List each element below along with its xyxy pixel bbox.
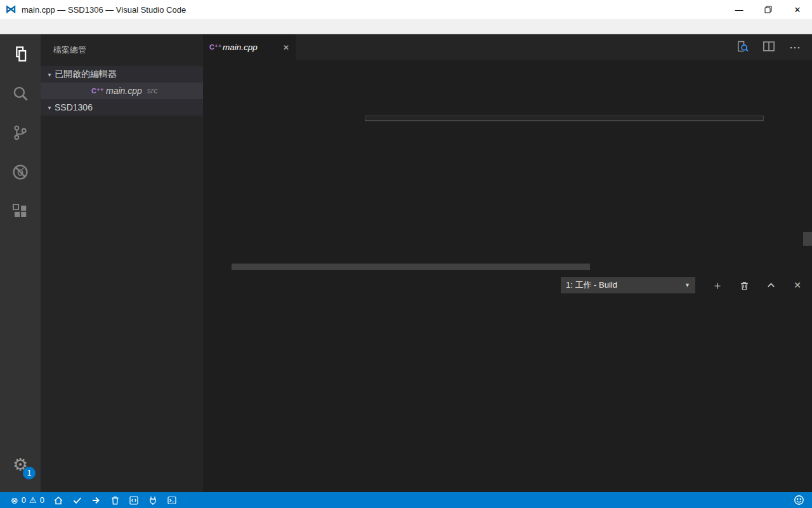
chevron-expanded-icon: ▾	[44, 71, 55, 78]
window-controls: — ✕	[724, 0, 812, 19]
activity-bar: ⚙1	[0, 34, 41, 492]
minimap[interactable]	[750, 60, 803, 260]
bottom-panel: 1: 工作 - Build ▼ ＋ ✕	[203, 273, 812, 492]
tab-main-cpp[interactable]: C⁺⁺ main.cpp ✕	[203, 34, 296, 60]
kill-terminal-icon[interactable]	[738, 279, 750, 291]
open-editor-item-main-cpp[interactable]: C⁺⁺ main.cpp src	[41, 83, 203, 99]
horizontal-scrollbar[interactable]	[232, 264, 590, 270]
editor-tab-bar: C⁺⁺ main.cpp ✕ ⋯	[203, 34, 812, 60]
code-editor[interactable]	[203, 60, 812, 273]
problems-indicator[interactable]: ⊗ 0 ⚠ 0	[6, 492, 49, 508]
sidebar-title: 檔案總管	[41, 34, 203, 66]
dropdown-arrow-icon: ▼	[684, 282, 690, 288]
open-preview-icon[interactable]	[736, 40, 749, 55]
terminal-select-dropdown[interactable]: 1: 工作 - Build ▼	[561, 277, 695, 293]
warning-icon: ⚠	[29, 495, 37, 505]
pio-run-task-button[interactable]	[124, 492, 143, 508]
window-title: main.cpp — SSD1306 — Visual Studio Code	[22, 5, 186, 15]
vscode-logo-icon: ⋈	[5, 4, 16, 15]
search-icon[interactable]	[0, 74, 41, 113]
close-panel-icon[interactable]: ✕	[792, 279, 803, 291]
more-actions-icon[interactable]: ⋯	[789, 44, 801, 51]
feedback-smiley-icon[interactable]	[789, 492, 812, 508]
error-icon: ⊗	[11, 495, 18, 505]
close-button[interactable]: ✕	[783, 0, 812, 19]
pio-clean-button[interactable]	[106, 492, 124, 508]
source-control-icon[interactable]	[0, 113, 41, 152]
new-terminal-icon[interactable]: ＋	[712, 279, 723, 291]
vertical-scrollbar[interactable]	[803, 232, 812, 246]
explorer-icon[interactable]	[0, 34, 41, 74]
settings-gear-icon[interactable]: ⚙1	[13, 455, 28, 474]
notification-badge: 1	[23, 467, 36, 479]
sidebar-explorer: 檔案總管 ▾ 已開啟的編輯器 C⁺⁺ main.cpp src ▾ SSD130…	[41, 34, 203, 492]
pio-upload-button[interactable]	[87, 492, 106, 508]
extensions-icon[interactable]	[0, 192, 41, 231]
tab-close-icon[interactable]: ✕	[283, 43, 289, 52]
pio-home-button[interactable]	[49, 492, 68, 508]
debug-icon[interactable]	[0, 152, 41, 192]
menu-bar	[0, 19, 812, 34]
terminal-output[interactable]	[203, 297, 812, 304]
open-editors-header[interactable]: ▾ 已開啟的編輯器	[41, 66, 203, 83]
project-root-header[interactable]: ▾ SSD1306	[41, 99, 203, 116]
pio-serial-monitor-button[interactable]	[143, 492, 162, 508]
split-editor-icon[interactable]	[763, 40, 775, 55]
cpp-file-icon: C⁺⁺	[91, 87, 102, 95]
cpp-file-icon: C⁺⁺	[209, 43, 220, 51]
chevron-expanded-icon: ▾	[44, 104, 55, 111]
hover-tooltip	[365, 116, 764, 121]
maximize-panel-icon[interactable]	[765, 279, 776, 291]
minimize-button[interactable]: —	[724, 0, 754, 19]
status-bar: ⊗ 0 ⚠ 0	[0, 492, 812, 508]
title-bar: ⋈ main.cpp — SSD1306 — Visual Studio Cod…	[0, 0, 812, 19]
pio-build-button[interactable]	[68, 492, 87, 508]
panel-header: 1: 工作 - Build ▼ ＋ ✕	[203, 273, 812, 297]
restore-button[interactable]	[754, 0, 783, 19]
pio-terminal-button[interactable]	[162, 492, 181, 508]
